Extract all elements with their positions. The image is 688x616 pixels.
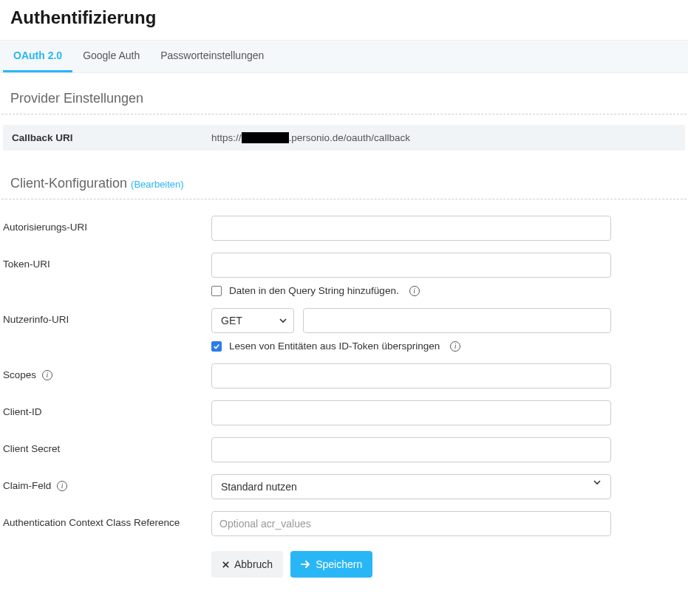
label-userinfo-uri: Nutzerinfo-URI bbox=[3, 308, 211, 325]
info-icon[interactable]: i bbox=[409, 286, 420, 296]
label-token-uri: Token-URI bbox=[3, 253, 211, 270]
chevron-down-icon bbox=[279, 316, 287, 325]
cancel-button-label: Abbruch bbox=[234, 558, 273, 570]
callback-uri-label: Callback URI bbox=[12, 132, 211, 143]
checkbox-query-string[interactable] bbox=[211, 286, 222, 296]
callback-uri-prefix: https:// bbox=[211, 132, 242, 143]
redacted-subdomain bbox=[242, 132, 289, 143]
input-scopes[interactable] bbox=[211, 363, 611, 389]
select-claim-field[interactable]: Standard nutzen bbox=[211, 474, 611, 499]
label-scopes: Scopes i bbox=[3, 363, 211, 380]
cancel-button[interactable]: Abbruch bbox=[211, 551, 283, 578]
input-client-secret[interactable] bbox=[211, 437, 611, 462]
chevron-down-icon bbox=[593, 478, 602, 487]
save-button[interactable]: Speichern bbox=[290, 551, 372, 578]
input-client-id[interactable] bbox=[211, 400, 611, 425]
save-button-label: Speichern bbox=[316, 558, 362, 570]
label-claim-field: Claim-Feld i bbox=[3, 474, 211, 491]
checkbox-skip-id-token[interactable] bbox=[211, 341, 222, 352]
tab-google-auth[interactable]: Google Auth bbox=[72, 41, 150, 72]
close-icon bbox=[222, 561, 230, 569]
callback-uri-value: https://.personio.de/oauth/callback bbox=[211, 132, 410, 143]
tab-password-settings[interactable]: Passworteinstellungen bbox=[150, 41, 274, 72]
client-config-heading-text: Client-Konfiguration bbox=[10, 176, 127, 191]
section-client-heading: Client-Konfiguration (Bearbeiten) bbox=[1, 158, 687, 199]
select-userinfo-method-value: GET bbox=[221, 315, 242, 326]
input-acr[interactable] bbox=[211, 511, 611, 536]
label-claim-field-text: Claim-Feld bbox=[3, 480, 51, 491]
callback-uri-suffix: .personio.de/oauth/callback bbox=[289, 132, 410, 143]
tabs-bar: OAuth 2.0 Google Auth Passworteinstellun… bbox=[0, 40, 688, 73]
checkbox-skip-id-token-label: Lesen von Entitäten aus ID-Token überspr… bbox=[229, 340, 440, 352]
label-auth-uri: Autorisierungs-URI bbox=[3, 216, 211, 233]
select-userinfo-method[interactable]: GET bbox=[211, 308, 294, 333]
tab-oauth[interactable]: OAuth 2.0 bbox=[3, 41, 72, 72]
input-auth-uri[interactable] bbox=[211, 216, 611, 241]
label-client-secret: Client Secret bbox=[3, 437, 211, 454]
page-title: Authentifizierung bbox=[0, 0, 688, 40]
info-icon[interactable]: i bbox=[42, 370, 52, 380]
section-provider-heading: Provider Einstellungen bbox=[1, 73, 687, 114]
edit-client-config-link[interactable]: (Bearbeiten) bbox=[131, 179, 184, 190]
info-icon[interactable]: i bbox=[450, 341, 460, 352]
input-token-uri[interactable] bbox=[211, 253, 611, 278]
checkbox-query-string-label: Daten in den Query String hinzufügen. bbox=[229, 285, 399, 296]
arrow-right-icon bbox=[301, 560, 311, 569]
input-userinfo-uri[interactable] bbox=[303, 308, 611, 333]
label-client-id: Client-ID bbox=[3, 400, 211, 417]
select-claim-field-value: Standard nutzen bbox=[221, 481, 297, 493]
label-acr: Authentication Context Class Reference bbox=[3, 511, 211, 528]
label-scopes-text: Scopes bbox=[3, 369, 36, 380]
row-callback-uri: Callback URI https://.personio.de/oauth/… bbox=[3, 125, 685, 151]
info-icon[interactable]: i bbox=[57, 481, 67, 491]
